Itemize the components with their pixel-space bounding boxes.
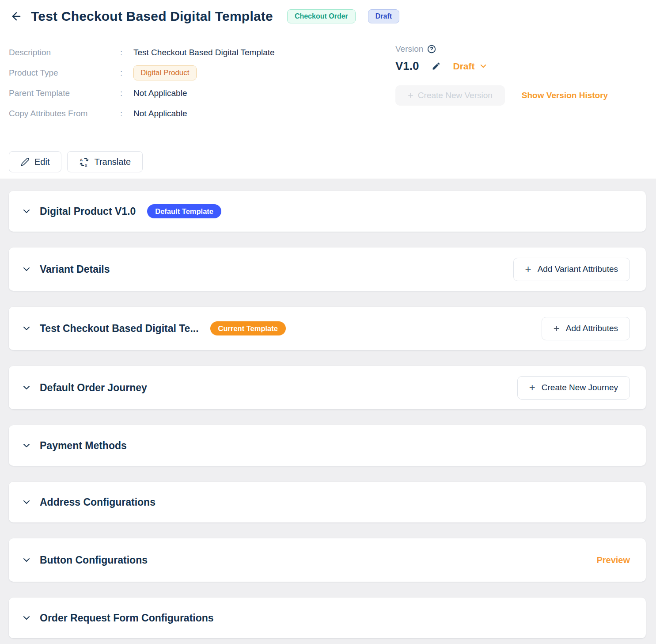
section-title: Address Configurations: [40, 496, 155, 508]
detail-label: Parent Template: [9, 88, 120, 98]
chevron-down-icon[interactable]: [22, 324, 31, 333]
translate-icon: A x: [79, 157, 89, 167]
section-digital-product[interactable]: Digital Product V1.0 Default Template: [9, 191, 646, 232]
status-badge: Draft: [368, 9, 399, 23]
detail-row-parent-template: Parent Template : Not Applicable: [9, 85, 395, 102]
detail-row-description: Description : Test Checkout Based Digita…: [9, 44, 395, 61]
version-panel: Version V1.0 Draft + Create New Version …: [395, 44, 645, 126]
section-default-order-journey[interactable]: Default Order Journey + Create New Journ…: [9, 366, 646, 409]
add-attributes-label: Add Attributes: [566, 324, 618, 333]
section-title: Digital Product V1.0: [40, 206, 136, 217]
chevron-down-icon[interactable]: [22, 207, 31, 216]
detail-row-product-type: Product Type : Digital Product: [9, 65, 395, 81]
colon: :: [120, 109, 125, 118]
plus-icon: +: [554, 323, 560, 334]
help-icon[interactable]: [427, 44, 436, 54]
actions-row: Edit A x Translate: [9, 151, 645, 172]
create-new-version-label: Create New Version: [418, 91, 493, 100]
detail-value: Not Applicable: [133, 109, 187, 118]
show-version-history-link[interactable]: Show Version History: [522, 91, 608, 100]
chevron-down-icon[interactable]: [22, 498, 31, 507]
chevron-down-icon[interactable]: [22, 556, 31, 564]
section-address-configurations[interactable]: Address Configurations: [9, 482, 646, 522]
plus-icon: +: [529, 382, 535, 393]
translate-button-label: Translate: [94, 157, 131, 167]
chevron-down-icon[interactable]: [22, 265, 31, 274]
meta-section: Description : Test Checkout Based Digita…: [9, 44, 645, 126]
detail-value: Not Applicable: [133, 88, 187, 98]
sections-list: Digital Product V1.0 Default Template Va…: [0, 179, 656, 638]
detail-label: Copy Attributes From: [9, 109, 120, 118]
section-title: Order Request Form Configurations: [40, 612, 214, 624]
order-type-badge: Checkout Order: [287, 9, 356, 23]
section-variant-details[interactable]: Variant Details + Add Variant Attributes: [9, 248, 646, 291]
add-attributes-button[interactable]: + Add Attributes: [542, 317, 630, 340]
section-payment-methods[interactable]: Payment Methods: [9, 425, 646, 466]
section-title: Default Order Journey: [40, 382, 147, 394]
section-button-configurations[interactable]: Button Configurations Preview: [9, 538, 646, 582]
version-label: Version: [395, 44, 423, 54]
plus-icon: +: [408, 90, 413, 101]
edit-button-label: Edit: [34, 157, 49, 167]
svg-text:A: A: [80, 157, 83, 162]
colon: :: [120, 88, 125, 98]
detail-row-copy-attributes: Copy Attributes From : Not Applicable: [9, 105, 395, 122]
title-row: Test Checkout Based Digital Template Che…: [9, 9, 645, 24]
pencil-icon: [21, 157, 30, 166]
detail-label: Description: [9, 48, 120, 57]
version-status-label: Draft: [453, 61, 475, 72]
chevron-down-icon[interactable]: [22, 383, 31, 392]
section-title: Button Configurations: [40, 554, 148, 566]
edit-version-icon[interactable]: [432, 61, 441, 71]
detail-label: Product Type: [9, 68, 120, 78]
back-icon[interactable]: [9, 9, 24, 24]
edit-button[interactable]: Edit: [9, 151, 61, 172]
add-variant-attributes-button[interactable]: + Add Variant Attributes: [513, 258, 630, 281]
svg-text:x: x: [85, 162, 87, 167]
section-title: Test Checkout Based Digital Te...: [40, 323, 199, 335]
version-status-dropdown[interactable]: Draft: [453, 61, 487, 72]
create-new-journey-button[interactable]: + Create New Journey: [517, 376, 630, 400]
section-title: Payment Methods: [40, 440, 127, 452]
colon: :: [120, 48, 125, 57]
page-title: Test Checkout Based Digital Template: [31, 9, 273, 24]
details-list: Description : Test Checkout Based Digita…: [9, 44, 395, 126]
section-current-template[interactable]: Test Checkout Based Digital Te... Curren…: [9, 307, 646, 350]
current-template-badge: Current Template: [210, 321, 286, 336]
version-value: V1.0: [395, 59, 419, 73]
create-new-journey-label: Create New Journey: [542, 383, 618, 392]
colon: :: [120, 68, 125, 78]
plus-icon: +: [525, 264, 531, 274]
detail-value: Test Checkout Based Digital Template: [133, 48, 275, 57]
default-template-badge: Default Template: [147, 204, 221, 219]
section-title: Variant Details: [40, 263, 110, 275]
translate-button[interactable]: A x Translate: [67, 151, 143, 172]
add-variant-attributes-label: Add Variant Attributes: [538, 264, 618, 274]
chevron-down-icon: [479, 62, 487, 70]
section-order-request-form[interactable]: Order Request Form Configurations: [9, 598, 646, 638]
product-type-badge: Digital Product: [133, 65, 197, 80]
create-new-version-button[interactable]: + Create New Version: [395, 85, 505, 106]
chevron-down-icon[interactable]: [22, 614, 31, 622]
preview-link[interactable]: Preview: [596, 555, 630, 565]
chevron-down-icon[interactable]: [22, 441, 31, 450]
page-header: Test Checkout Based Digital Template Che…: [0, 0, 656, 179]
